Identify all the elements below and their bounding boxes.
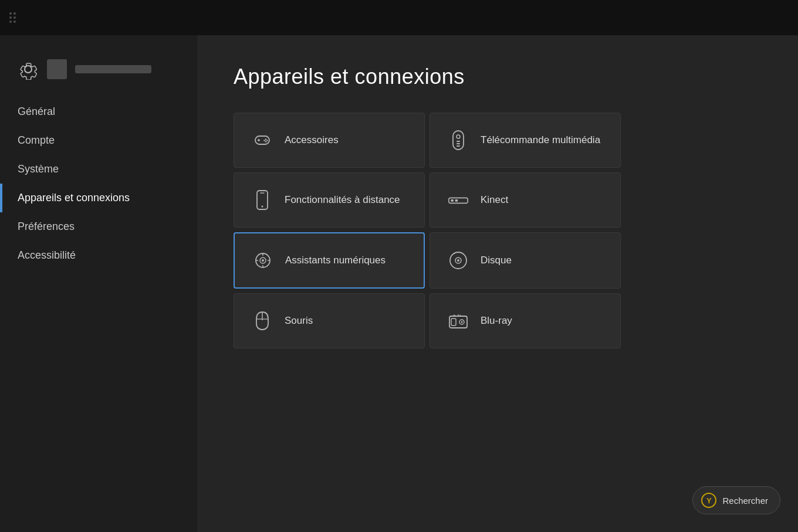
svg-rect-7 [453,131,464,150]
search-button-label: Rechercher [722,496,768,506]
search-button[interactable]: Y Rechercher [692,486,780,514]
svg-point-24 [262,259,264,262]
grid-item-fonctionnalites[interactable]: Fonctionnalités à distance [234,172,425,228]
sidebar-profile [0,53,198,97]
sidebar-item-compte[interactable]: Compte [0,126,198,155]
grid-item-souris[interactable]: Souris [234,293,425,348]
svg-rect-9 [457,141,460,142]
kinect-icon [448,189,469,211]
sidebar-item-systeme[interactable]: Système [0,155,198,184]
avatar [47,59,67,79]
sidebar-item-general[interactable]: Général [0,97,198,126]
grid-item-assistants[interactable]: Assistants numériques [234,232,425,289]
grid-item-bluray[interactable]: Blu-ray [430,293,621,348]
disc-icon [448,250,469,271]
svg-rect-16 [451,199,454,202]
grid-items: Accessoires Télécommande multimédia [234,113,621,348]
svg-point-5 [263,140,265,141]
grid-item-assistants-label: Assistants numériques [285,255,386,266]
main-container: Général Compte Système Appareils et conn… [0,35,798,532]
gear-icon [18,59,39,80]
svg-rect-10 [457,143,460,144]
grid-item-fonctionnalites-label: Fonctionnalités à distance [285,194,400,206]
svg-rect-31 [451,318,456,326]
mobile-icon [252,189,273,211]
remote-icon [448,130,469,151]
grid-item-telecommande[interactable]: Télécommande multimédia [430,113,621,168]
assistant-icon [252,250,273,271]
svg-point-27 [457,259,459,262]
svg-point-6 [265,141,266,142]
username-blurred [75,65,151,73]
svg-point-8 [457,135,460,138]
grid-item-telecommande-label: Télécommande multimédia [481,134,600,146]
gamepad-icon [252,130,273,151]
svg-point-33 [461,321,463,323]
top-bar [0,0,798,35]
sidebar-item-preferences[interactable]: Préférences [0,212,198,241]
svg-point-4 [266,140,268,141]
grid-item-souris-label: Souris [285,315,313,327]
drag-handle [9,12,16,23]
svg-point-13 [262,206,263,208]
sidebar-item-appareils[interactable]: Appareils et connexions [0,184,198,212]
grid-item-kinect[interactable]: Kinect [430,172,621,228]
y-button-icon: Y [701,493,716,508]
page-title: Appareils et connexions [234,65,763,89]
grid-item-kinect-label: Kinect [481,194,508,206]
svg-point-3 [265,138,266,140]
grid-item-accessoires-label: Accessoires [285,134,339,146]
sidebar-nav: Général Compte Système Appareils et conn… [0,97,198,270]
grid-item-disque[interactable]: Disque [430,232,621,289]
bluray-icon [448,310,469,331]
grid-item-bluray-label: Blu-ray [481,315,512,327]
sidebar: Général Compte Système Appareils et conn… [0,35,198,532]
grid-item-accessoires[interactable]: Accessoires [234,113,425,168]
grid-item-disque-label: Disque [481,255,512,266]
svg-rect-11 [457,145,460,147]
svg-rect-17 [455,199,458,202]
main-content: Appareils et connexions Accessoires [198,35,798,532]
mouse-icon [252,310,273,331]
sidebar-item-accessibilite[interactable]: Accessibilité [0,241,198,270]
